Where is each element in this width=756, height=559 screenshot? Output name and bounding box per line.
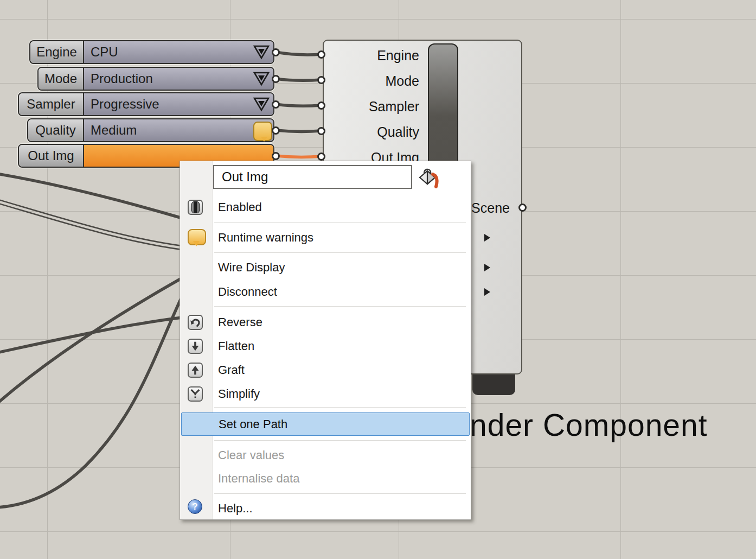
- background-wire-list: [0, 199, 182, 246]
- output-grip[interactable]: [272, 126, 280, 135]
- param-label: Engine: [30, 41, 84, 63]
- param-node-mode[interactable]: Mode Production: [37, 67, 274, 91]
- input-grip[interactable]: [317, 153, 325, 161]
- dropdown-icon[interactable]: [253, 71, 270, 86]
- submenu-arrow-icon: [484, 264, 490, 271]
- simplify-icon: [188, 386, 203, 402]
- input-grip[interactable]: [317, 127, 325, 135]
- canvas-group-title: nder Component: [470, 407, 708, 443]
- param-value[interactable]: CPU: [84, 41, 273, 63]
- reverse-icon: [188, 315, 203, 330]
- input-grip[interactable]: [317, 76, 325, 84]
- scene-output-grip[interactable]: [518, 204, 527, 212]
- warning-balloon-icon[interactable]: [253, 122, 272, 141]
- menu-item-help[interactable]: Help...: [213, 497, 470, 520]
- component-input-engine[interactable]: Engine: [327, 48, 419, 63]
- component-input-mode[interactable]: Mode: [327, 73, 419, 89]
- param-value[interactable]: Progressive: [84, 93, 273, 115]
- wire-outimg-selected: [276, 156, 321, 157]
- wire-sampler: [276, 104, 321, 106]
- menu-item-flatten[interactable]: Flatten: [213, 335, 470, 358]
- menu-separator: [214, 252, 466, 253]
- dropdown-icon[interactable]: [253, 97, 270, 112]
- menu-item-disconnect[interactable]: Disconnect: [213, 281, 470, 303]
- wire-mode: [276, 79, 321, 80]
- menu-item-enabled[interactable]: Enabled: [213, 196, 470, 219]
- input-grip[interactable]: [317, 101, 325, 110]
- menu-item-clear-values: Clear values: [213, 444, 470, 467]
- param-node-sampler[interactable]: Sampler Progressive: [18, 92, 274, 116]
- menu-item-graft[interactable]: Graft: [213, 359, 470, 382]
- param-label: Out Img: [19, 145, 84, 167]
- menu-item-reverse[interactable]: Reverse: [213, 311, 470, 334]
- param-value[interactable]: Medium: [84, 119, 273, 141]
- param-context-menu: Enabled Runtime warnings Wire Display Di…: [180, 161, 471, 520]
- grasshopper-canvas[interactable]: Engine CPU Mode Production Sampler Progr…: [0, 0, 756, 559]
- param-label: Mode: [39, 68, 84, 90]
- submenu-arrow-icon: [484, 234, 490, 242]
- menu-item-wire-display[interactable]: Wire Display: [213, 256, 470, 279]
- menu-item-simplify[interactable]: Simplify: [213, 383, 470, 405]
- menu-item-set-one-path[interactable]: Set one Path: [181, 412, 470, 436]
- output-grip[interactable]: [272, 48, 280, 56]
- dropdown-icon[interactable]: [253, 45, 270, 60]
- output-grip[interactable]: [272, 152, 280, 160]
- background-wire: [0, 317, 182, 353]
- background-wire: [0, 296, 182, 507]
- menu-separator: [214, 222, 466, 223]
- menu-item-internalise-data: Internalise data: [213, 467, 470, 490]
- component-input-sampler[interactable]: Sampler: [327, 99, 419, 115]
- input-grip[interactable]: [317, 50, 325, 59]
- menu-item-runtime-warnings[interactable]: Runtime warnings: [213, 226, 470, 249]
- background-wire: [0, 278, 182, 404]
- wire-engine: [276, 52, 321, 55]
- help-icon: ?: [188, 499, 202, 514]
- param-name-input[interactable]: [213, 165, 412, 189]
- output-grip[interactable]: [272, 100, 280, 109]
- component-bottom-tab: [472, 373, 515, 395]
- param-value[interactable]: Production: [84, 68, 273, 90]
- menu-separator: [214, 306, 466, 307]
- component-input-quality[interactable]: Quality: [327, 124, 419, 140]
- param-label: Sampler: [19, 93, 84, 115]
- flatten-icon: [188, 339, 203, 354]
- param-node-quality[interactable]: Quality Medium: [27, 118, 274, 142]
- menu-separator: [214, 493, 466, 494]
- paint-bucket-icon[interactable]: [417, 166, 439, 189]
- submenu-arrow-icon: [484, 288, 490, 296]
- graft-icon: [188, 363, 203, 378]
- output-grip[interactable]: [272, 75, 280, 83]
- param-label: Quality: [28, 119, 84, 141]
- wire-quality: [276, 130, 321, 131]
- warning-balloon-icon: [188, 229, 206, 245]
- enabled-capsule-icon: [188, 200, 203, 215]
- menu-separator: [214, 407, 466, 408]
- param-node-engine[interactable]: Engine CPU: [29, 40, 274, 64]
- menu-separator: [214, 440, 466, 441]
